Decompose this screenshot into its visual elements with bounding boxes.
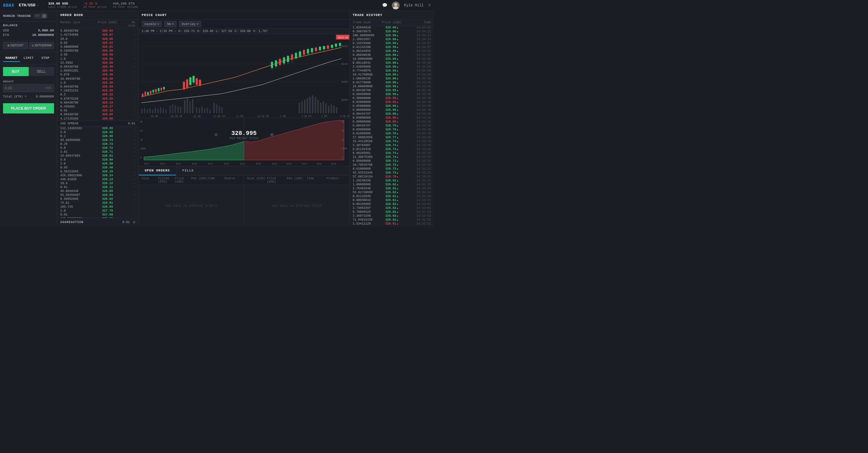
trade-history-row: 0.03000000328.79▲14:33:46	[350, 128, 434, 132]
fills-tab[interactable]: FILLS	[176, 166, 200, 175]
aggregation-plus-button[interactable]: ⊕	[133, 220, 135, 225]
trade-time: 14:32:51	[405, 226, 431, 226]
info-close: C: 329.00	[235, 30, 251, 33]
order-book-ask-row[interactable]: 22.5992329.50-	[57, 61, 138, 65]
menu-icon[interactable]: ≡	[428, 3, 431, 8]
bid-market-size: 5.0	[60, 146, 92, 150]
order-book-ask-row[interactable]: 0.01329.12-	[57, 109, 138, 113]
svg-text:$325: $325	[176, 163, 181, 165]
deposit-button[interactable]: ⊕ DEPOSIT	[3, 42, 28, 49]
order-book-ask-row[interactable]: 0.09438798329.09-	[57, 113, 138, 116]
svg-rect-115	[327, 46, 329, 49]
margin-toggle-switch[interactable]: OFF ▐	[33, 13, 48, 19]
order-book-bid-row[interactable]: 0.01328.11-	[57, 185, 138, 189]
order-book-bid-row[interactable]: 186.735328.00-	[57, 205, 138, 209]
amount-input[interactable]	[3, 85, 43, 92]
order-book-bid-row[interactable]: 46.0848448328.05-	[57, 189, 138, 193]
order-book-ask-row[interactable]: 0.09438798329.29-	[57, 85, 138, 89]
svg-rect-45	[309, 97, 310, 113]
order-book-bid-row[interactable]: 8.58222866328.15-	[57, 170, 138, 173]
order-book-bid-row[interactable]: 0.03328.40-	[57, 166, 138, 170]
order-book-ask-row[interactable]: 4.87875228329.20-	[57, 96, 138, 101]
interval-dropdown[interactable]: 5m ▾	[164, 21, 177, 27]
order-book-bid-row[interactable]: 0.25328.73-	[57, 142, 138, 146]
order-book-ask-row[interactable]: 0.09438798329.19-	[57, 101, 138, 105]
order-book-bid-row[interactable]: 55.59359307328.04-	[57, 193, 138, 197]
order-book-ask-row[interactable]: 7.16521231329.25-	[57, 89, 138, 93]
trade-time: 14:34:22	[405, 30, 431, 33]
order-book-ask-row[interactable]: 0.19958798329.59-	[57, 49, 138, 53]
order-book-bid-row[interactable]: 10.0328.12-	[57, 181, 138, 185]
order-book-bid-row[interactable]: 2.8327.75-	[57, 209, 138, 213]
order-book-bid-row[interactable]: 446.81835328.13-	[57, 177, 138, 181]
order-book-bid-row[interactable]: 60.88856000328.74-	[57, 138, 138, 142]
order-book-ask-row[interactable]: 3.05329.58-	[57, 53, 138, 57]
order-book-ask-row[interactable]: 0.2329.22-	[57, 93, 138, 96]
order-book-bid-row[interactable]: 75.01328.01-	[57, 201, 138, 205]
zoom-minus-icon[interactable]: ⊖	[214, 131, 218, 138]
trade-price-value: 329.00▲	[379, 57, 405, 61]
order-book-bid-row[interactable]: 3.61328.71-	[57, 150, 138, 154]
stop-order-type[interactable]: STOP	[37, 55, 54, 62]
order-book-ask-row[interactable]: 1.42734668329.67-	[57, 33, 138, 37]
order-book-bid-row[interactable]: 16.86647663328.61-	[57, 154, 138, 158]
trade-size: 1.00000000	[352, 183, 379, 186]
trade-price-value: 328.62▲	[379, 191, 405, 194]
order-book-bid-row[interactable]: 0.1328.90-	[57, 134, 138, 138]
order-book-ask-row[interactable]: 10.09438798329.39-	[57, 77, 138, 81]
ask-price: 329.49	[92, 65, 124, 68]
withdraw-button[interactable]: ⊙ WITHDRAW	[29, 42, 54, 49]
order-book-bid-row[interactable]: 5.0328.98-	[57, 131, 138, 134]
chat-icon[interactable]: 💬	[382, 3, 387, 8]
order-book-ask-row[interactable]: 1.06691201329.45-	[57, 69, 138, 73]
svg-rect-13	[144, 108, 145, 113]
ask-my-size: -	[123, 109, 135, 112]
order-book-ask-row[interactable]: 20.0329.66-	[57, 37, 138, 41]
svg-marker-143	[244, 120, 344, 160]
order-book-ask-row[interactable]: 0.878329.40-	[57, 73, 138, 77]
ask-my-size: -	[123, 61, 135, 64]
order-book-ask-row[interactable]: 0.455693329.17-	[57, 105, 138, 109]
trade-history-row: 1.29246330328.62▲14:33:25	[350, 179, 434, 182]
zoom-plus-icon[interactable]: ⊕	[270, 131, 274, 138]
pair-selector[interactable]: ETH/USD ▾	[19, 3, 44, 7]
chart-type-dropdown[interactable]: Candle ▾	[142, 21, 162, 27]
svg-text:2 PM: 2 PM	[321, 115, 327, 118]
order-book-ask-row[interactable]: 3.00000000329.61-	[57, 45, 138, 49]
buy-button[interactable]: BUY	[3, 67, 29, 76]
trade-size: 0.30876973	[352, 30, 379, 33]
order-book-bid-row[interactable]: 2.0328.50-	[57, 162, 138, 166]
svg-rect-95	[287, 56, 289, 62]
order-book-ask-row[interactable]: 4.17135266329.00-	[57, 116, 138, 120]
order-book-bid-row[interactable]: 5.0328.72-	[57, 146, 138, 150]
ask-market-size: 20.0	[60, 37, 92, 41]
order-book-bid-row[interactable]: 5.0328.60-	[57, 158, 138, 162]
svg-rect-50	[323, 102, 324, 113]
order-book-ask-row[interactable]: 0.02329.62-	[57, 41, 138, 45]
trade-size: 0.00030033	[352, 199, 379, 202]
trade-time: 14:33:46	[405, 116, 431, 119]
order-book-ask-row[interactable]: 5.09438798329.69-	[57, 29, 138, 33]
market-order-type[interactable]: MARKET	[3, 55, 20, 62]
overlay-dropdown[interactable]: Overlay ▾	[179, 21, 201, 27]
trade-history-row: 0.60500000328.99▲14:33:46	[350, 92, 434, 96]
svg-text:1:30 PM: 1:30 PM	[301, 115, 311, 118]
order-book-ask-row[interactable]: 0.09438798329.49-	[57, 65, 138, 69]
order-book-bid-row[interactable]: 492.59395900327.61-	[57, 217, 138, 218]
order-book-bid-row[interactable]: 426.20031900328.14-	[57, 173, 138, 177]
ask-price: 329.55	[92, 57, 124, 61]
order-book-bid-row[interactable]: 112.13463333328.99-	[57, 126, 138, 131]
order-book-ask-row[interactable]: 1.0329.55-	[57, 57, 138, 61]
order-book-bid-row[interactable]: 8.58562995328.02-	[57, 197, 138, 201]
limit-order-type[interactable]: LIMIT	[20, 55, 37, 62]
fills-col-fee: Fee (USD)	[287, 177, 307, 183]
place-order-button[interactable]: PLACE BUY ORDER	[3, 103, 54, 113]
svg-rect-97	[291, 54, 293, 60]
order-book-ask-row[interactable]: 1.0329.30-	[57, 81, 138, 85]
info-low: L: 327.58	[216, 30, 232, 33]
svg-rect-73	[163, 87, 164, 89]
open-orders-tab[interactable]: OPEN ORDERS	[138, 166, 176, 175]
amount-label: Amount	[3, 80, 54, 83]
sell-button[interactable]: SELL	[29, 67, 54, 76]
order-book-bid-row[interactable]: 0.01327.69-	[57, 213, 138, 217]
